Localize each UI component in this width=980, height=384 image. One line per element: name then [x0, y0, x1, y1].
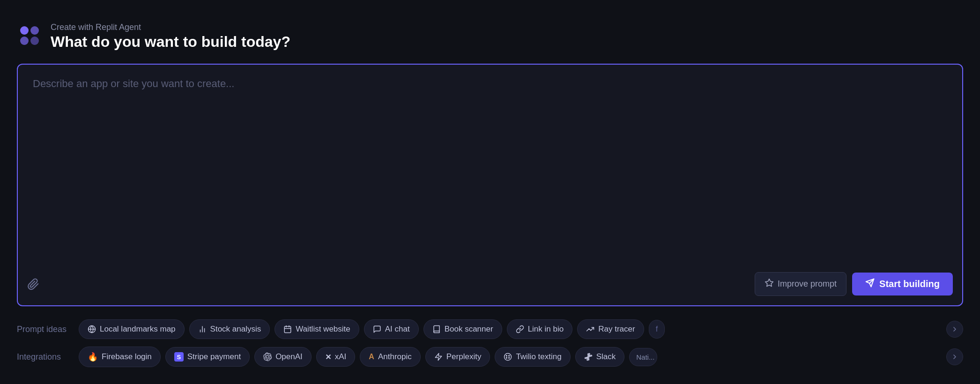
link-icon — [516, 325, 524, 333]
chat-icon — [373, 325, 381, 333]
attach-icon[interactable] — [27, 278, 39, 290]
chip-waitlist-website[interactable]: Waitlist website — [275, 319, 359, 339]
chip-book-scanner[interactable]: Book scanner — [423, 319, 502, 339]
chip-twilio-label: Twilio texting — [516, 352, 561, 362]
anthropic-icon: A — [369, 353, 374, 361]
prompt-textarea[interactable] — [18, 65, 962, 265]
chip-xai[interactable]: ✕ xAI — [316, 347, 356, 367]
chip-stock-analysis[interactable]: Stock analysis — [189, 319, 270, 339]
integrations-row: Integrations 🔥 Firebase login S Stripe p… — [17, 347, 963, 367]
chip-slack-label: Slack — [596, 352, 616, 362]
prompt-ideas-chips: Local landmarks map Stock analysis Waitl… — [79, 319, 941, 339]
chip-partial-integration: Nati... — [629, 348, 657, 366]
chip-stripe[interactable]: S Stripe payment — [165, 347, 250, 367]
trend-icon — [586, 325, 594, 333]
chip-stock-analysis-label: Stock analysis — [210, 325, 261, 334]
chart-icon — [198, 325, 207, 333]
calendar-icon — [283, 325, 292, 333]
svg-point-1 — [30, 26, 39, 35]
svg-point-21 — [509, 357, 510, 358]
chip-xai-label: xAI — [335, 352, 347, 362]
bottom-rows: Prompt ideas Local landmarks map Stoc — [17, 319, 963, 367]
integrations-chips: 🔥 Firebase login S Stripe payment OpenAI… — [79, 347, 941, 367]
svg-point-18 — [506, 355, 507, 356]
native-partial-label: Nati... — [636, 353, 654, 361]
svg-point-17 — [505, 354, 512, 361]
header-title: What do you want to build today? — [51, 33, 290, 51]
header-text: Create with Replit Agent What do you wan… — [51, 22, 290, 51]
integrations-label: Integrations — [17, 352, 73, 362]
svg-marker-16 — [435, 354, 442, 361]
fb-icon: f — [656, 325, 658, 333]
chip-firebase-label: Firebase login — [102, 352, 152, 362]
chip-firebase[interactable]: 🔥 Firebase login — [79, 347, 161, 367]
chip-partial-prompt: f — [649, 320, 665, 339]
chip-ray-tracer[interactable]: Ray tracer — [577, 319, 644, 339]
globe-icon — [88, 325, 96, 333]
xai-icon: ✕ — [325, 353, 331, 362]
chip-local-landmarks-label: Local landmarks map — [100, 325, 176, 334]
chip-link-in-bio-label: Link in bio — [528, 325, 564, 334]
chip-anthropic[interactable]: A Anthropic — [360, 347, 420, 367]
chip-link-in-bio[interactable]: Link in bio — [507, 319, 573, 339]
send-icon — [865, 278, 875, 290]
svg-rect-12 — [285, 326, 291, 333]
chip-stripe-label: Stripe payment — [187, 352, 241, 362]
svg-point-0 — [20, 26, 29, 35]
textarea-footer: Improve prompt Start building — [18, 265, 962, 305]
chip-openai-label: OpenAI — [275, 352, 303, 362]
svg-point-20 — [506, 357, 507, 358]
improve-prompt-button[interactable]: Improve prompt — [755, 272, 846, 296]
svg-marker-4 — [765, 279, 773, 287]
header: Create with Replit Agent What do you wan… — [17, 22, 963, 51]
openai-icon — [263, 353, 272, 361]
firebase-icon: 🔥 — [88, 352, 98, 362]
textarea-actions: Improve prompt Start building — [755, 272, 953, 296]
improve-prompt-label: Improve prompt — [778, 279, 837, 289]
sparkle-icon — [765, 278, 774, 290]
prompt-ideas-label: Prompt ideas — [17, 325, 73, 334]
prompt-textarea-container: Improve prompt Start building — [17, 64, 963, 306]
chip-local-landmarks[interactable]: Local landmarks map — [79, 319, 185, 339]
header-subtitle: Create with Replit Agent — [51, 22, 290, 32]
chip-openai[interactable]: OpenAI — [254, 347, 312, 367]
chip-book-scanner-label: Book scanner — [445, 325, 493, 334]
chip-waitlist-website-label: Waitlist website — [296, 325, 350, 334]
slack-icon — [584, 353, 593, 361]
integrations-next-button[interactable] — [946, 348, 963, 365]
replit-logo — [17, 23, 42, 50]
perplexity-icon — [434, 353, 443, 361]
chip-anthropic-label: Anthropic — [378, 352, 412, 362]
prompt-ideas-row: Prompt ideas Local landmarks map Stoc — [17, 319, 963, 339]
svg-point-2 — [20, 37, 29, 45]
chip-slack[interactable]: Slack — [575, 347, 625, 367]
start-building-button[interactable]: Start building — [852, 273, 953, 295]
chip-ai-chat[interactable]: AI chat — [364, 319, 419, 339]
stripe-icon: S — [174, 352, 184, 362]
chip-perplexity[interactable]: Perplexity — [425, 347, 490, 367]
svg-point-3 — [30, 37, 39, 45]
chip-ai-chat-label: AI chat — [385, 325, 410, 334]
chip-twilio[interactable]: Twilio texting — [495, 347, 570, 367]
start-building-label: Start building — [879, 279, 940, 289]
twilio-icon — [504, 353, 512, 361]
chip-perplexity-label: Perplexity — [446, 352, 482, 362]
svg-point-19 — [509, 355, 510, 356]
chip-ray-tracer-label: Ray tracer — [598, 325, 635, 334]
book-icon — [432, 325, 441, 333]
prompt-ideas-next-button[interactable] — [946, 321, 963, 338]
